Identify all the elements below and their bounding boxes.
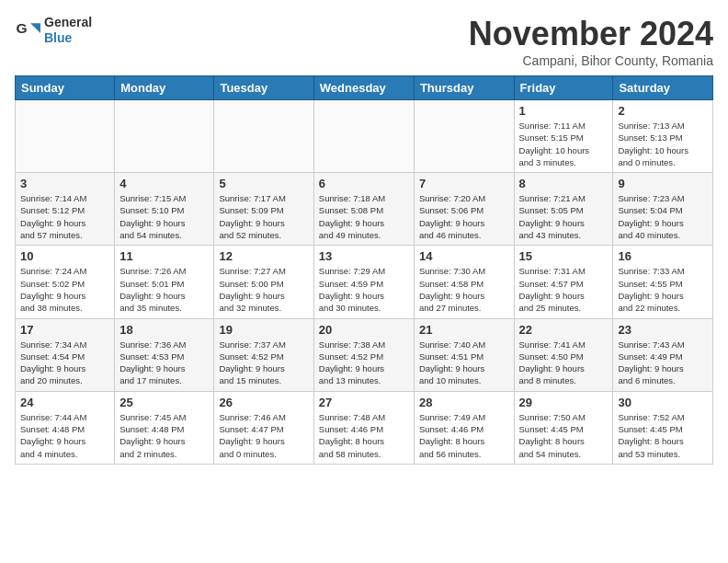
- title-area: November 2024 Campani, Bihor County, Rom…: [469, 15, 713, 68]
- day-info: Sunrise: 7:13 AM Sunset: 5:13 PM Dayligh…: [618, 120, 708, 168]
- weekday-header-cell: Monday: [115, 76, 214, 100]
- calendar-cell: 7Sunrise: 7:20 AM Sunset: 5:06 PM Daylig…: [414, 173, 514, 246]
- location: Campani, Bihor County, Romania: [469, 53, 713, 68]
- day-info: Sunrise: 7:24 AM Sunset: 5:02 PM Dayligh…: [20, 265, 109, 314]
- day-number: 7: [419, 177, 509, 190]
- day-info: Sunrise: 7:11 AM Sunset: 5:15 PM Dayligh…: [519, 120, 609, 168]
- day-info: Sunrise: 7:21 AM Sunset: 5:05 PM Dayligh…: [519, 192, 609, 241]
- day-number: 21: [419, 323, 509, 337]
- day-number: 17: [20, 323, 109, 337]
- calendar-cell: 29Sunrise: 7:50 AM Sunset: 4:45 PM Dayli…: [514, 391, 613, 464]
- logo-line1: General: [44, 15, 92, 30]
- calendar-cell: 19Sunrise: 7:37 AM Sunset: 4:52 PM Dayli…: [214, 318, 313, 391]
- day-info: Sunrise: 7:26 AM Sunset: 5:01 PM Dayligh…: [119, 265, 209, 314]
- day-number: 5: [219, 177, 308, 190]
- calendar-cell: 15Sunrise: 7:31 AM Sunset: 4:57 PM Dayli…: [514, 246, 613, 318]
- calendar-cell: [16, 100, 115, 173]
- day-number: 9: [618, 177, 708, 190]
- logo: G General Blue: [15, 15, 92, 46]
- month-title: November 2024: [469, 15, 713, 53]
- day-number: 23: [618, 323, 708, 337]
- calendar-cell: 10Sunrise: 7:24 AM Sunset: 5:02 PM Dayli…: [16, 246, 115, 318]
- calendar-cell: 17Sunrise: 7:34 AM Sunset: 4:54 PM Dayli…: [16, 318, 115, 391]
- day-info: Sunrise: 7:18 AM Sunset: 5:08 PM Dayligh…: [319, 192, 409, 241]
- day-number: 1: [519, 104, 609, 118]
- calendar-cell: 6Sunrise: 7:18 AM Sunset: 5:08 PM Daylig…: [313, 173, 414, 246]
- day-info: Sunrise: 7:23 AM Sunset: 5:04 PM Dayligh…: [618, 192, 708, 241]
- day-info: Sunrise: 7:50 AM Sunset: 4:45 PM Dayligh…: [519, 411, 609, 460]
- calendar-cell: 28Sunrise: 7:49 AM Sunset: 4:46 PM Dayli…: [414, 391, 514, 464]
- day-number: 30: [618, 396, 708, 409]
- weekday-header-cell: Wednesday: [313, 76, 414, 100]
- calendar-body: 1Sunrise: 7:11 AM Sunset: 5:15 PM Daylig…: [16, 100, 713, 465]
- calendar-cell: [313, 100, 414, 173]
- day-info: Sunrise: 7:48 AM Sunset: 4:46 PM Dayligh…: [319, 411, 409, 460]
- day-info: Sunrise: 7:33 AM Sunset: 4:55 PM Dayligh…: [618, 265, 708, 314]
- calendar-cell: 18Sunrise: 7:36 AM Sunset: 4:53 PM Dayli…: [115, 318, 214, 391]
- calendar-cell: 30Sunrise: 7:52 AM Sunset: 4:45 PM Dayli…: [613, 391, 713, 464]
- calendar-week-row: 17Sunrise: 7:34 AM Sunset: 4:54 PM Dayli…: [16, 318, 713, 391]
- svg-marker-1: [30, 23, 40, 33]
- day-number: 10: [20, 249, 109, 263]
- calendar-week-row: 1Sunrise: 7:11 AM Sunset: 5:15 PM Daylig…: [16, 100, 713, 173]
- weekday-header-cell: Sunday: [16, 76, 115, 100]
- calendar-cell: [115, 100, 214, 173]
- day-info: Sunrise: 7:49 AM Sunset: 4:46 PM Dayligh…: [419, 411, 509, 460]
- day-info: Sunrise: 7:46 AM Sunset: 4:47 PM Dayligh…: [219, 411, 308, 460]
- calendar-cell: 11Sunrise: 7:26 AM Sunset: 5:01 PM Dayli…: [115, 246, 214, 318]
- day-info: Sunrise: 7:43 AM Sunset: 4:49 PM Dayligh…: [618, 339, 708, 387]
- day-number: 25: [119, 396, 209, 409]
- header: G General Blue November 2024 Campani, Bi…: [15, 15, 713, 68]
- calendar-week-row: 3Sunrise: 7:14 AM Sunset: 5:12 PM Daylig…: [16, 173, 713, 246]
- calendar-cell: 13Sunrise: 7:29 AM Sunset: 4:59 PM Dayli…: [313, 246, 414, 318]
- calendar-cell: 1Sunrise: 7:11 AM Sunset: 5:15 PM Daylig…: [514, 100, 613, 173]
- day-number: 3: [20, 177, 109, 190]
- weekday-header-cell: Saturday: [613, 76, 713, 100]
- day-info: Sunrise: 7:20 AM Sunset: 5:06 PM Dayligh…: [419, 192, 509, 241]
- calendar-cell: 2Sunrise: 7:13 AM Sunset: 5:13 PM Daylig…: [613, 100, 713, 173]
- day-info: Sunrise: 7:37 AM Sunset: 4:52 PM Dayligh…: [219, 339, 308, 387]
- calendar-cell: 21Sunrise: 7:40 AM Sunset: 4:51 PM Dayli…: [414, 318, 514, 391]
- calendar-cell: 25Sunrise: 7:45 AM Sunset: 4:48 PM Dayli…: [115, 391, 214, 464]
- day-number: 2: [618, 104, 708, 118]
- day-number: 28: [419, 396, 509, 409]
- weekday-header-cell: Tuesday: [214, 76, 313, 100]
- day-info: Sunrise: 7:30 AM Sunset: 4:58 PM Dayligh…: [419, 265, 509, 314]
- svg-text:G: G: [17, 20, 28, 36]
- weekday-header-cell: Thursday: [414, 76, 514, 100]
- calendar-week-row: 24Sunrise: 7:44 AM Sunset: 4:48 PM Dayli…: [16, 391, 713, 464]
- day-info: Sunrise: 7:31 AM Sunset: 4:57 PM Dayligh…: [519, 265, 609, 314]
- day-number: 26: [219, 396, 308, 409]
- day-number: 6: [319, 177, 409, 190]
- calendar-cell: 16Sunrise: 7:33 AM Sunset: 4:55 PM Dayli…: [613, 246, 713, 318]
- day-number: 15: [519, 249, 609, 263]
- day-info: Sunrise: 7:38 AM Sunset: 4:52 PM Dayligh…: [319, 339, 409, 387]
- day-number: 27: [319, 396, 409, 409]
- day-number: 4: [119, 177, 209, 190]
- calendar-cell: 23Sunrise: 7:43 AM Sunset: 4:49 PM Dayli…: [613, 318, 713, 391]
- day-info: Sunrise: 7:15 AM Sunset: 5:10 PM Dayligh…: [119, 192, 209, 241]
- logo-icon: G: [15, 17, 40, 43]
- weekday-header-row: SundayMondayTuesdayWednesdayThursdayFrid…: [16, 76, 713, 100]
- day-info: Sunrise: 7:17 AM Sunset: 5:09 PM Dayligh…: [219, 192, 308, 241]
- day-info: Sunrise: 7:45 AM Sunset: 4:48 PM Dayligh…: [119, 411, 209, 460]
- calendar-cell: [214, 100, 313, 173]
- calendar-cell: 8Sunrise: 7:21 AM Sunset: 5:05 PM Daylig…: [514, 173, 613, 246]
- day-number: 24: [20, 396, 109, 409]
- day-number: 16: [618, 249, 708, 263]
- calendar-cell: 27Sunrise: 7:48 AM Sunset: 4:46 PM Dayli…: [313, 391, 414, 464]
- calendar-week-row: 10Sunrise: 7:24 AM Sunset: 5:02 PM Dayli…: [16, 246, 713, 318]
- calendar: SundayMondayTuesdayWednesdayThursdayFrid…: [15, 75, 713, 465]
- weekday-header-cell: Friday: [514, 76, 613, 100]
- day-info: Sunrise: 7:41 AM Sunset: 4:50 PM Dayligh…: [519, 339, 609, 387]
- calendar-cell: 4Sunrise: 7:15 AM Sunset: 5:10 PM Daylig…: [115, 173, 214, 246]
- day-info: Sunrise: 7:52 AM Sunset: 4:45 PM Dayligh…: [618, 411, 708, 460]
- day-number: 20: [319, 323, 409, 337]
- day-info: Sunrise: 7:29 AM Sunset: 4:59 PM Dayligh…: [319, 265, 409, 314]
- calendar-cell: 12Sunrise: 7:27 AM Sunset: 5:00 PM Dayli…: [214, 246, 313, 318]
- day-number: 18: [119, 323, 209, 337]
- calendar-cell: 5Sunrise: 7:17 AM Sunset: 5:09 PM Daylig…: [214, 173, 313, 246]
- calendar-cell: 9Sunrise: 7:23 AM Sunset: 5:04 PM Daylig…: [613, 173, 713, 246]
- calendar-cell: 22Sunrise: 7:41 AM Sunset: 4:50 PM Dayli…: [514, 318, 613, 391]
- calendar-cell: 26Sunrise: 7:46 AM Sunset: 4:47 PM Dayli…: [214, 391, 313, 464]
